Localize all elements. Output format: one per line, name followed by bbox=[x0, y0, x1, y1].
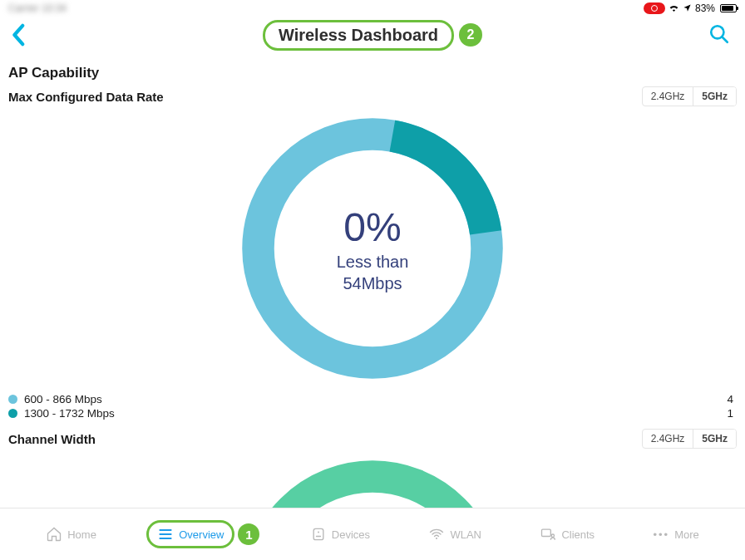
tab-overview[interactable]: Overview bbox=[146, 520, 234, 548]
legend-count: 4 bbox=[727, 393, 733, 405]
devices-icon bbox=[310, 526, 327, 543]
tabbar: Home Overview 1 Devices WLAN Clients •••… bbox=[0, 508, 745, 560]
donut-chart-rate: 0% Less than 54Mbps bbox=[8, 111, 737, 386]
search-icon bbox=[708, 23, 730, 45]
freq-24ghz[interactable]: 2.4GHz bbox=[643, 87, 693, 106]
clients-icon bbox=[540, 526, 556, 543]
svg-line-1 bbox=[722, 37, 728, 42]
tab-home[interactable]: Home bbox=[37, 521, 105, 548]
donut-center-sub1: Less than bbox=[337, 252, 409, 272]
freq-toggle-width[interactable]: 2.4GHz 5GHz bbox=[642, 429, 737, 449]
svg-point-9 bbox=[552, 534, 555, 537]
status-left-blur: Carrier 10:34 bbox=[8, 2, 67, 14]
legend-dot-icon bbox=[8, 409, 17, 418]
location-icon bbox=[683, 3, 692, 14]
back-button[interactable] bbox=[12, 23, 27, 50]
chevron-left-icon bbox=[12, 23, 27, 47]
content: AP Capability Max Configured Data Rate 2… bbox=[0, 53, 745, 508]
tab-clients[interactable]: Clients bbox=[531, 521, 603, 548]
svg-point-4 bbox=[259, 477, 487, 508]
svg-point-7 bbox=[436, 538, 437, 539]
tab-label: Overview bbox=[179, 528, 224, 541]
donut-center-sub2: 54Mbps bbox=[337, 273, 409, 293]
tab-devices[interactable]: Devices bbox=[302, 521, 378, 548]
svg-rect-5 bbox=[313, 528, 323, 539]
legend-label: 600 - 866 Mbps bbox=[24, 393, 102, 405]
legend-count: 1 bbox=[727, 407, 733, 420]
legend-row: 1300 - 1732 Mbps 1 bbox=[8, 406, 737, 420]
status-bar: Carrier 10:34 83% bbox=[0, 0, 745, 17]
tab-label: More bbox=[674, 528, 699, 541]
status-right: 83% bbox=[644, 2, 737, 14]
screen-record-pill-icon bbox=[644, 2, 665, 14]
callout-badge-1: 1 bbox=[238, 523, 259, 545]
subsection-max-data-rate: Max Configured Data Rate bbox=[8, 90, 164, 104]
home-icon bbox=[46, 526, 62, 543]
callout-badge-2: 2 bbox=[459, 23, 482, 47]
freq-24ghz[interactable]: 2.4GHz bbox=[643, 430, 693, 448]
freq-toggle-rate[interactable]: 2.4GHz 5GHz bbox=[642, 86, 737, 106]
svg-point-6 bbox=[318, 532, 319, 533]
search-button[interactable] bbox=[708, 23, 730, 48]
legend-label: 1300 - 1732 Mbps bbox=[24, 407, 115, 420]
tab-label: Home bbox=[67, 528, 96, 541]
svg-rect-8 bbox=[542, 529, 551, 536]
tab-label: WLAN bbox=[450, 528, 481, 541]
tab-more[interactable]: ••• More bbox=[645, 523, 708, 546]
legend: 600 - 866 Mbps 4 1300 - 1732 Mbps 1 bbox=[8, 392, 737, 420]
freq-5ghz[interactable]: 5GHz bbox=[693, 430, 736, 448]
wifi-icon bbox=[669, 3, 679, 13]
battery-percent: 83% bbox=[695, 2, 715, 14]
header: Wireless Dashboard 2 bbox=[0, 17, 745, 53]
donut-center-value: 0% bbox=[337, 204, 409, 250]
freq-5ghz[interactable]: 5GHz bbox=[693, 87, 736, 106]
tab-wlan[interactable]: WLAN bbox=[420, 521, 490, 548]
overview-icon bbox=[157, 526, 174, 543]
wlan-icon bbox=[428, 526, 445, 543]
section-ap-capability: AP Capability bbox=[8, 65, 737, 81]
subsection-channel-width: Channel Width bbox=[8, 432, 96, 446]
tab-label: Devices bbox=[332, 528, 370, 541]
battery-icon bbox=[720, 4, 737, 12]
page-title: Wireless Dashboard bbox=[263, 20, 454, 51]
donut-chart-width bbox=[8, 454, 737, 508]
tab-label: Clients bbox=[561, 528, 595, 541]
legend-row: 600 - 866 Mbps 4 bbox=[8, 392, 737, 406]
more-icon: ••• bbox=[654, 528, 670, 541]
legend-dot-icon bbox=[8, 395, 17, 404]
